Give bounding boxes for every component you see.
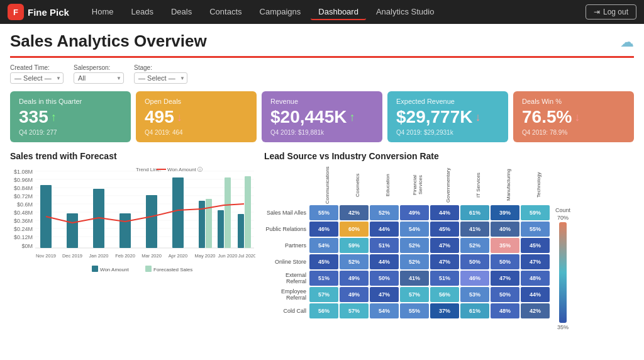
heatmap-cell-1-5: 41% — [460, 222, 489, 237]
heatmap-cell-4-6: 47% — [491, 271, 519, 286]
filter-select-1[interactable]: All — [74, 72, 124, 84]
charts-row: Sales trend with Forecast $1.08M $0.96M … — [10, 151, 634, 330]
heatmap-col-label-7: Technology — [524, 166, 553, 204]
heatmap-cell-4-2: 50% — [370, 271, 399, 286]
logout-button[interactable]: ⇥ Log out — [586, 4, 636, 20]
heatmap-wrapper: CommunicationsCosmeticsEducationFinancia… — [264, 166, 634, 330]
heatmap-row-label-2: Partners — [264, 242, 309, 249]
heatmap-cell-5-4: 56% — [430, 287, 459, 302]
kpi-card-1: Open Deals495↓Q4 2019: 464 — [136, 91, 257, 142]
nav-link-contacts[interactable]: Contacts — [202, 4, 249, 20]
svg-rect-27 — [206, 199, 212, 248]
page-header: Sales Analytics Overview ☁ — [10, 31, 634, 58]
nav-link-campaigns[interactable]: Campaigns — [252, 4, 309, 20]
heatmap-row-0: Sales Mail Alles55%42%52%49%44%61%39%59% — [264, 205, 553, 220]
kpi-label-1: Open Deals — [145, 98, 248, 105]
filter-select-0[interactable]: — Select — — [10, 72, 64, 84]
kpi-prev-4: Q4 2019: 78.9% — [522, 129, 625, 136]
nav-link-leads[interactable]: Leads — [124, 4, 161, 20]
heatmap-col-labels: CommunicationsCosmeticsEducationFinancia… — [313, 166, 553, 204]
nav-link-home[interactable]: Home — [84, 4, 121, 20]
navbar: F Fine Pick HomeLeadsDealsContactsCampai… — [0, 0, 644, 24]
kpi-label-0: Deals in this Quarter — [19, 98, 122, 105]
svg-text:Jun 2020: Jun 2020 — [218, 253, 238, 259]
kpi-prev-0: Q4 2019: 277 — [19, 129, 122, 136]
heatmap-cell-0-6: 39% — [491, 205, 519, 220]
heatmap-cell-2-1: 59% — [340, 238, 369, 253]
bar-chart-svg: $1.08M $0.96M $0.84M $0.72M $0.6M $0.48M… — [10, 166, 255, 292]
heatmap-cells-2: 54%59%51%52%47%52%35%45% — [309, 238, 550, 253]
nav-link-deals[interactable]: Deals — [164, 4, 199, 20]
filter-label-1: Salesperson: — [74, 64, 124, 71]
heatmap-cell-1-7: 55% — [521, 222, 550, 237]
svg-text:$0.84M: $0.84M — [14, 185, 33, 191]
heatmap-row-label-5: Employee Referral — [264, 288, 309, 301]
page-title: Sales Analytics Overview — [10, 31, 207, 51]
heatmap-cell-1-1: 60% — [340, 222, 369, 237]
heatmap-cell-0-1: 42% — [340, 205, 369, 220]
heatmap-legend: Count 70% 35% — [555, 166, 570, 330]
bar-chart-container: $1.08M $0.96M $0.84M $0.72M $0.6M $0.48M… — [10, 166, 255, 292]
heatmap-title: Lead Source vs Industry Conversion Rate — [264, 151, 634, 161]
heatmap-grid: CommunicationsCosmeticsEducationFinancia… — [264, 166, 553, 330]
kpi-value-2: $20,445K↑ — [270, 108, 374, 127]
heatmap-row-1: Public Relations46%60%44%54%45%41%40%55% — [264, 222, 553, 237]
heatmap-legend-bar — [559, 222, 567, 323]
heatmap-cells-6: 56%57%54%55%37%61%48%42% — [309, 303, 550, 318]
svg-text:Jul 2020: Jul 2020 — [238, 253, 255, 259]
heatmap-cell-3-6: 50% — [491, 254, 519, 269]
svg-rect-25 — [172, 177, 184, 248]
svg-rect-21 — [67, 213, 78, 248]
heatmap-row-label-3: Online Store — [264, 259, 309, 265]
kpi-number-1: 495 — [145, 108, 174, 127]
nav-link-analytics-studio[interactable]: Analytics Studio — [369, 4, 442, 20]
svg-rect-44 — [92, 266, 98, 272]
heatmap-cells-4: 51%49%50%41%51%46%47%48% — [309, 271, 550, 286]
heatmap-cell-1-4: 45% — [430, 222, 459, 237]
cloud-icon: ☁ — [620, 34, 634, 50]
heatmap-cell-4-3: 41% — [400, 271, 429, 286]
heatmap-cell-3-4: 47% — [430, 254, 459, 269]
heatmap-cell-0-5: 61% — [460, 205, 489, 220]
heatmap-rows: Sales Mail Alles55%42%52%49%44%61%39%59%… — [264, 205, 553, 318]
heatmap-cell-2-7: 45% — [521, 238, 550, 253]
heatmap-cells-1: 46%60%44%54%45%41%40%55% — [309, 222, 550, 237]
heatmap-cell-6-5: 61% — [460, 303, 489, 318]
filter-group-0: Created Time:— Select — — [10, 64, 64, 84]
kpi-label-2: Revenue — [270, 98, 374, 105]
svg-text:$0.12M: $0.12M — [14, 234, 33, 240]
logo-text: Fine Pick — [28, 7, 69, 18]
heatmap-cell-0-7: 59% — [521, 205, 550, 220]
heatmap-cell-0-2: 52% — [370, 205, 399, 220]
heatmap-cell-2-2: 51% — [370, 238, 399, 253]
heatmap-cell-2-3: 52% — [400, 238, 429, 253]
logo: F Fine Pick — [8, 4, 69, 20]
heatmap-row-label-1: Public Relations — [264, 226, 309, 232]
heatmap-row-label-0: Sales Mail Alles — [264, 210, 309, 216]
heatmap-col-label-1: Cosmetics — [343, 166, 372, 204]
heatmap-cell-4-4: 51% — [430, 271, 459, 286]
nav-links: HomeLeadsDealsContactsCampaignsDashboard… — [84, 4, 586, 20]
kpi-number-3: $29,777K — [396, 108, 472, 127]
filter-select-2[interactable]: — Select — — [134, 72, 187, 84]
svg-text:$1.08M: $1.08M — [14, 169, 33, 175]
kpi-label-4: Deals Win % — [522, 98, 625, 105]
kpi-label-3: Expected Revenue — [396, 98, 499, 105]
kpi-number-2: $20,445K — [270, 108, 347, 127]
svg-rect-29 — [225, 177, 231, 248]
heatmap-cell-1-0: 46% — [309, 222, 338, 237]
svg-text:Feb 2020: Feb 2020 — [115, 253, 135, 259]
heatmap-cell-3-1: 52% — [340, 254, 369, 269]
heatmap-cell-2-0: 54% — [309, 238, 338, 253]
kpi-card-4: Deals Win %76.5%↓Q4 2019: 78.9% — [513, 91, 634, 142]
logo-icon: F — [8, 4, 24, 20]
heatmap-cell-4-1: 49% — [340, 271, 369, 286]
filter-select-wrap-2: — Select — — [134, 72, 187, 84]
heatmap-col-label-2: Education — [373, 166, 402, 204]
heatmap-row-label-6: Cold Call — [264, 308, 309, 314]
filter-label-0: Created Time: — [10, 64, 64, 71]
nav-link-dashboard[interactable]: Dashboard — [311, 4, 366, 20]
svg-text:Won Amount: Won Amount — [100, 267, 129, 273]
kpi-prev-2: Q4 2019: $19,881k — [270, 129, 374, 136]
heatmap-col-label-0: Communications — [313, 166, 341, 204]
